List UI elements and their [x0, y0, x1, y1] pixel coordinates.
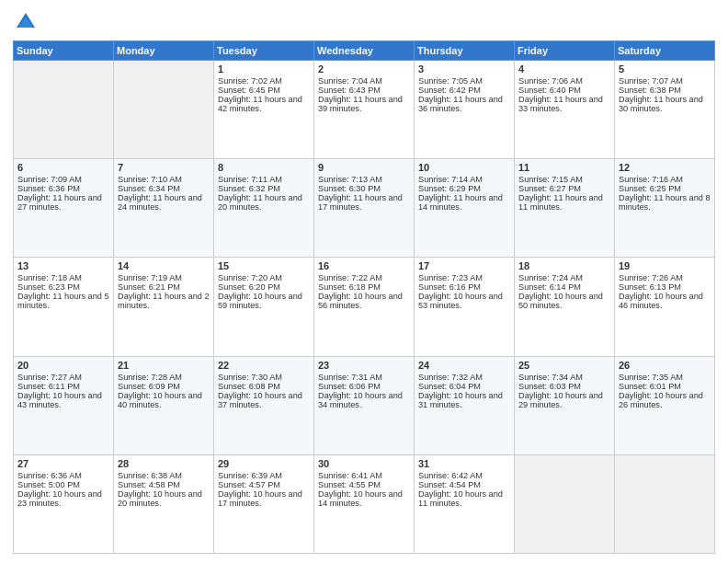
day-number: 14 — [118, 260, 210, 271]
day-number: 27 — [17, 458, 109, 469]
day-number: 13 — [17, 260, 109, 271]
calendar-cell: 24Sunrise: 7:32 AMSunset: 6:04 PMDayligh… — [415, 356, 515, 454]
calendar-cell: 3Sunrise: 7:05 AMSunset: 6:42 PMDaylight… — [415, 61, 515, 159]
day-info: Sunset: 4:55 PM — [318, 480, 410, 489]
calendar-cell: 7Sunrise: 7:10 AMSunset: 6:34 PMDaylight… — [114, 159, 214, 258]
weekday-header: Tuesday — [214, 41, 314, 61]
day-info: Daylight: 10 hours and 53 minutes. — [418, 292, 510, 310]
calendar-cell: 27Sunrise: 6:36 AMSunset: 5:00 PMDayligh… — [14, 454, 114, 553]
calendar-cell: 12Sunrise: 7:16 AMSunset: 6:25 PMDayligh… — [615, 159, 715, 258]
calendar-table: SundayMondayTuesdayWednesdayThursdayFrid… — [13, 40, 715, 554]
day-info: Daylight: 11 hours and 11 minutes. — [518, 193, 610, 212]
day-info: Sunset: 6:29 PM — [418, 184, 510, 193]
calendar-week-row: 27Sunrise: 6:36 AMSunset: 5:00 PMDayligh… — [14, 454, 715, 553]
day-info: Daylight: 11 hours and 24 minutes. — [118, 193, 210, 212]
day-info: Daylight: 10 hours and 23 minutes. — [17, 489, 109, 508]
day-info: Sunrise: 7:04 AM — [318, 76, 410, 86]
day-info: Sunrise: 6:36 AM — [17, 471, 109, 480]
day-number: 21 — [118, 360, 210, 371]
day-info: Daylight: 11 hours and 30 minutes. — [619, 95, 711, 113]
day-info: Daylight: 10 hours and 26 minutes. — [619, 391, 711, 409]
day-info: Sunset: 4:57 PM — [218, 480, 310, 489]
calendar-cell: 23Sunrise: 7:31 AMSunset: 6:06 PMDayligh… — [314, 356, 415, 454]
logo — [13, 9, 42, 35]
day-number: 8 — [218, 162, 310, 173]
day-info: Sunset: 6:25 PM — [619, 184, 711, 193]
day-info: Sunrise: 7:32 AM — [418, 373, 510, 382]
calendar-cell — [615, 454, 715, 553]
day-info: Sunset: 6:20 PM — [218, 282, 310, 292]
day-number: 23 — [318, 360, 410, 371]
day-info: Sunrise: 7:15 AM — [518, 175, 610, 184]
calendar-cell: 19Sunrise: 7:26 AMSunset: 6:13 PMDayligh… — [615, 258, 715, 356]
day-number: 20 — [17, 360, 109, 371]
day-info: Daylight: 11 hours and 27 minutes. — [17, 193, 109, 212]
day-number: 6 — [17, 162, 109, 173]
day-info: Sunset: 6:45 PM — [218, 86, 310, 95]
calendar-cell: 10Sunrise: 7:14 AMSunset: 6:29 PMDayligh… — [415, 159, 515, 258]
day-info: Sunrise: 7:28 AM — [118, 373, 210, 382]
day-number: 9 — [318, 162, 410, 173]
day-info: Daylight: 11 hours and 5 minutes. — [17, 292, 109, 310]
calendar-cell: 21Sunrise: 7:28 AMSunset: 6:09 PMDayligh… — [114, 356, 214, 454]
day-info: Sunset: 6:18 PM — [318, 282, 410, 292]
day-info: Sunset: 6:04 PM — [418, 382, 510, 391]
day-info: Sunrise: 7:24 AM — [518, 273, 610, 282]
day-info: Sunrise: 7:07 AM — [619, 76, 711, 86]
calendar-cell: 31Sunrise: 6:42 AMSunset: 4:54 PMDayligh… — [415, 454, 515, 553]
day-info: Sunrise: 7:06 AM — [518, 76, 610, 86]
day-info: Daylight: 10 hours and 20 minutes. — [118, 489, 210, 508]
weekday-header: Friday — [515, 41, 615, 61]
day-info: Daylight: 10 hours and 50 minutes. — [518, 292, 610, 310]
day-info: Sunrise: 7:02 AM — [218, 76, 310, 86]
weekday-header: Sunday — [14, 41, 114, 61]
calendar-cell: 5Sunrise: 7:07 AMSunset: 6:38 PMDaylight… — [615, 61, 715, 159]
day-number: 19 — [619, 260, 711, 271]
calendar-cell: 14Sunrise: 7:19 AMSunset: 6:21 PMDayligh… — [114, 258, 214, 356]
day-info: Sunrise: 7:14 AM — [418, 175, 510, 184]
day-info: Sunset: 6:13 PM — [619, 282, 711, 292]
day-info: Sunrise: 7:10 AM — [118, 175, 210, 184]
day-info: Sunset: 6:40 PM — [518, 86, 610, 95]
day-info: Sunset: 6:16 PM — [418, 282, 510, 292]
day-info: Daylight: 10 hours and 29 minutes. — [518, 391, 610, 409]
day-info: Sunrise: 7:34 AM — [518, 373, 610, 382]
day-number: 7 — [118, 162, 210, 173]
calendar-cell: 2Sunrise: 7:04 AMSunset: 6:43 PMDaylight… — [314, 61, 415, 159]
day-number: 17 — [418, 260, 510, 271]
day-number: 16 — [318, 260, 410, 271]
day-info: Daylight: 11 hours and 42 minutes. — [218, 95, 310, 113]
day-info: Sunset: 6:38 PM — [619, 86, 711, 95]
calendar-week-row: 13Sunrise: 7:18 AMSunset: 6:23 PMDayligh… — [14, 258, 715, 356]
day-info: Sunrise: 6:42 AM — [418, 471, 510, 480]
day-info: Sunrise: 7:22 AM — [318, 273, 410, 282]
day-number: 12 — [619, 162, 711, 173]
calendar-cell — [114, 61, 214, 159]
day-info: Daylight: 10 hours and 11 minutes. — [418, 489, 510, 508]
day-number: 1 — [218, 63, 310, 75]
calendar-header-row: SundayMondayTuesdayWednesdayThursdayFrid… — [14, 41, 715, 61]
day-number: 10 — [418, 162, 510, 173]
day-info: Sunset: 6:09 PM — [118, 382, 210, 391]
calendar-cell: 29Sunrise: 6:39 AMSunset: 4:57 PMDayligh… — [214, 454, 314, 553]
day-info: Sunset: 5:00 PM — [17, 480, 109, 489]
calendar-cell: 15Sunrise: 7:20 AMSunset: 6:20 PMDayligh… — [214, 258, 314, 356]
day-info: Sunrise: 7:11 AM — [218, 175, 310, 184]
day-info: Sunset: 6:30 PM — [318, 184, 410, 193]
weekday-header: Thursday — [415, 41, 515, 61]
day-info: Daylight: 10 hours and 56 minutes. — [318, 292, 410, 310]
day-info: Sunrise: 7:13 AM — [318, 175, 410, 184]
day-info: Daylight: 11 hours and 39 minutes. — [318, 95, 410, 113]
calendar-cell: 11Sunrise: 7:15 AMSunset: 6:27 PMDayligh… — [515, 159, 615, 258]
day-info: Daylight: 10 hours and 34 minutes. — [318, 391, 410, 409]
calendar-week-row: 20Sunrise: 7:27 AMSunset: 6:11 PMDayligh… — [14, 356, 715, 454]
day-info: Sunrise: 6:39 AM — [218, 471, 310, 480]
calendar-cell — [14, 61, 114, 159]
calendar-cell: 8Sunrise: 7:11 AMSunset: 6:32 PMDaylight… — [214, 159, 314, 258]
day-number: 30 — [318, 458, 410, 469]
day-info: Sunrise: 6:41 AM — [318, 471, 410, 480]
day-info: Sunrise: 7:26 AM — [619, 273, 711, 282]
calendar-cell: 17Sunrise: 7:23 AMSunset: 6:16 PMDayligh… — [415, 258, 515, 356]
day-info: Sunset: 6:23 PM — [17, 282, 109, 292]
day-info: Daylight: 11 hours and 20 minutes. — [218, 193, 310, 212]
